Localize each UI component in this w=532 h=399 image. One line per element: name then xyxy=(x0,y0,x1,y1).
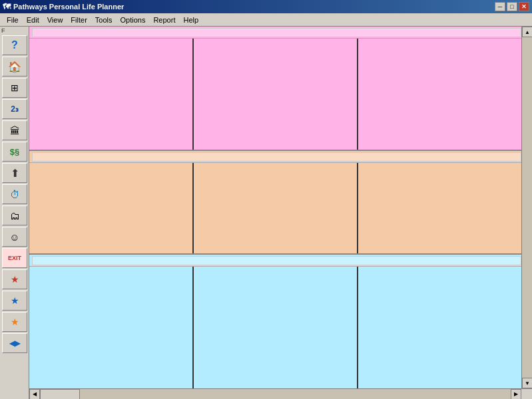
peach-col-2 xyxy=(194,163,358,253)
scrollbar-corner xyxy=(521,389,532,400)
cyan-header-bar xyxy=(32,256,521,265)
titlebar-controls: ─ □ ✕ xyxy=(495,2,529,11)
menu-filter[interactable]: Filter xyxy=(67,15,91,25)
peach-section-header xyxy=(29,151,521,163)
menu-tools[interactable]: Tools xyxy=(91,15,117,25)
minimize-button[interactable]: ─ xyxy=(495,2,505,11)
star-down-icon: ★ xyxy=(11,317,19,327)
content-wrapper: ▲ ▼ ◀ ▶ xyxy=(29,27,532,399)
close-button[interactable]: ✕ xyxy=(519,2,529,11)
sidebar-btn-grid[interactable]: ⊞ xyxy=(2,78,27,98)
pink-section-header xyxy=(29,27,521,39)
content-area xyxy=(29,27,521,388)
sidebar-btn-schedule[interactable]: ⏱ xyxy=(2,184,27,204)
scroll-h-track[interactable] xyxy=(40,389,511,400)
grid-icon: ⊞ xyxy=(11,82,19,93)
sidebar-btn-money[interactable]: $§ xyxy=(2,142,27,162)
sidebar-btn-star3[interactable]: ★ xyxy=(2,312,27,332)
cyan-section xyxy=(29,255,521,388)
priority-icon: ⬆ xyxy=(11,167,19,180)
pink-section xyxy=(29,27,521,151)
cyan-col-1 xyxy=(29,267,194,388)
schedule-icon: ⏱ xyxy=(10,189,20,200)
home-icon: 🏠 xyxy=(8,61,21,73)
menu-help[interactable]: Help xyxy=(179,15,202,25)
maximize-button[interactable]: □ xyxy=(507,2,517,11)
menu-edit[interactable]: Edit xyxy=(23,15,43,25)
horizontal-scrollbar: ◀ ▶ xyxy=(29,388,532,399)
menu-view[interactable]: View xyxy=(43,15,67,25)
app-title: Pathways Personal Life Planner xyxy=(13,3,124,11)
main-container: F ? 🏠 ⊞ 2₃ 🏛 $§ ⬆ ⏱ 🗂 ☺ EX xyxy=(0,27,532,399)
sidebar-btn-personal[interactable]: ☺ xyxy=(2,227,27,247)
sidebar-btn-numbers[interactable]: 2₃ xyxy=(2,99,27,119)
peach-col-1 xyxy=(29,163,194,253)
star-up-icon: ★ xyxy=(11,274,19,285)
content-scroll-area: ▲ ▼ xyxy=(29,27,532,388)
menu-file[interactable]: File xyxy=(3,15,23,25)
pink-header-bar xyxy=(32,28,521,37)
face-icon: ☺ xyxy=(9,231,19,243)
scroll-down-button[interactable]: ▼ xyxy=(522,378,532,388)
sidebar-btn-star2[interactable]: ★ xyxy=(2,291,27,311)
sidebar-btn-navigate[interactable]: ◀▶ xyxy=(2,333,27,353)
titlebar: 🗺 Pathways Personal Life Planner ─ □ ✕ xyxy=(0,0,532,13)
scroll-h-thumb xyxy=(40,389,80,400)
cyan-col-2 xyxy=(194,267,358,388)
cyan-col-3 xyxy=(358,267,521,388)
sidebar-btn-priority[interactable]: ⬆ xyxy=(2,163,27,183)
app-icon: 🗺 xyxy=(3,2,11,11)
peach-header-bar xyxy=(32,152,521,162)
scroll-left-button[interactable]: ◀ xyxy=(29,389,40,400)
cyan-section-header xyxy=(29,255,521,267)
numbers-icon: 2₃ xyxy=(11,104,19,114)
peach-section-body xyxy=(29,163,521,253)
pink-col-2 xyxy=(194,39,358,150)
folder-icon: 🗂 xyxy=(10,210,20,221)
scroll-right-button[interactable]: ▶ xyxy=(511,389,521,400)
pink-col-1 xyxy=(29,39,194,150)
sidebar: F ? 🏠 ⊞ 2₃ 🏛 $§ ⬆ ⏱ 🗂 ☺ EX xyxy=(0,27,29,399)
question-icon: ? xyxy=(11,39,18,51)
money-icon: $§ xyxy=(10,147,19,157)
exit-icon: EXIT xyxy=(8,255,21,261)
peach-section xyxy=(29,151,521,255)
sidebar-btn-bank[interactable]: 🏛 xyxy=(2,120,27,140)
pink-col-3 xyxy=(358,39,521,150)
sidebar-label: F xyxy=(0,27,29,35)
vertical-scrollbar: ▲ ▼ xyxy=(521,27,532,388)
scroll-thumb-area[interactable] xyxy=(522,37,532,378)
menu-report[interactable]: Report xyxy=(149,15,179,25)
menubar: File Edit View Filter Tools Options Repo… xyxy=(0,13,532,27)
navigate-icon: ◀▶ xyxy=(9,339,20,348)
peach-col-3 xyxy=(358,163,521,253)
sidebar-btn-star1[interactable]: ★ xyxy=(2,269,27,289)
bank-icon: 🏛 xyxy=(10,125,20,136)
menu-options[interactable]: Options xyxy=(117,15,150,25)
scroll-up-button[interactable]: ▲ xyxy=(522,27,532,37)
pink-section-body xyxy=(29,39,521,150)
sidebar-btn-exit[interactable]: EXIT xyxy=(2,248,27,268)
star-mid-icon: ★ xyxy=(11,295,19,306)
sidebar-btn-home[interactable]: 🏠 xyxy=(2,57,27,76)
sidebar-btn-folder[interactable]: 🗂 xyxy=(2,205,27,225)
sidebar-btn-help[interactable]: ? xyxy=(2,35,27,55)
cyan-section-body xyxy=(29,267,521,388)
titlebar-left: 🗺 Pathways Personal Life Planner xyxy=(3,2,124,11)
